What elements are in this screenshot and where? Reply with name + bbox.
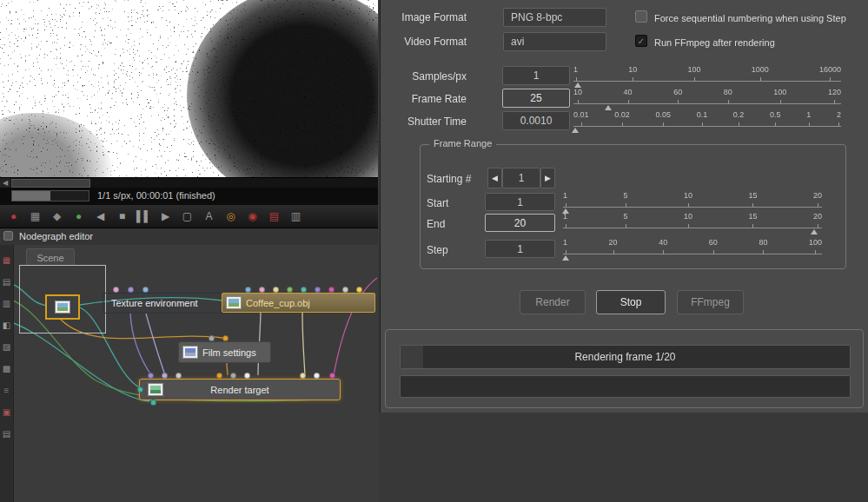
start-label: Start [427,197,448,209]
export-icon[interactable]: ▥ [285,210,307,222]
force-sequential-checkbox[interactable] [635,10,647,23]
start-input[interactable]: 1 [485,193,555,211]
port-dot[interactable] [315,287,321,293]
port-dot[interactable] [142,287,149,293]
play-icon[interactable]: ▶ [155,210,176,222]
tick-label: 20 [813,191,822,201]
step-slider[interactable]: 1 20 40 60 80 100 [563,238,822,257]
progress-group: Rendering frame 1/20 [385,329,864,408]
cells-icon[interactable]: ▩ [0,364,14,373]
port-dot[interactable] [216,373,222,379]
port-dot[interactable] [328,287,335,293]
end-input[interactable]: 20 [485,214,555,232]
run-ffmpeg-label: Run FFmpeg after rendering [654,37,775,48]
tick-label: 10 [628,65,637,75]
port-dot[interactable] [300,373,306,379]
tab-scene[interactable]: Scene [26,248,75,266]
clapper-icon[interactable]: ▦ [24,210,46,222]
port-dot[interactable] [148,373,154,379]
port-dot[interactable] [150,400,156,406]
node-film-settings[interactable]: Film settings [178,341,271,363]
pause-icon[interactable]: ▌▌ [133,210,155,222]
port-dot[interactable] [244,373,250,379]
samples-slider[interactable]: 1 10 100 1000 16000 [573,65,841,84]
render-dark-region [187,0,378,177]
port-dot[interactable] [314,373,320,379]
run-ffmpeg-checkbox[interactable]: ✓ [635,35,647,47]
port-dot[interactable] [209,335,215,341]
port-dot[interactable] [222,335,229,341]
slider-track [573,103,841,104]
screen-icon[interactable]: ▢ [176,210,198,222]
lens-icon[interactable]: ◎ [220,210,242,222]
port-dot[interactable] [259,287,265,293]
step-input[interactable]: 1 [485,240,555,258]
stack-icon[interactable]: ≡ [0,386,14,395]
list-icon[interactable]: ▤ [0,429,14,439]
film-icon[interactable]: ▤ [263,210,285,222]
tick-row: 1 5 10 15 20 [563,191,822,201]
stop-button[interactable]: Stop [596,290,666,314]
image-format-dropdown[interactable]: PNG 8-bpc [503,8,606,27]
camera-icon[interactable]: ◉ [242,210,263,222]
ffmpeg-button[interactable]: FFmpeg [677,290,744,314]
end-label: End [427,218,445,230]
port-dot[interactable] [329,373,335,379]
port-dot[interactable] [342,287,348,293]
nodegraph-editor-label: Nodegraph editor [19,231,93,241]
slider-marker[interactable] [811,229,818,234]
node-selected-thumbnail[interactable] [45,294,80,320]
tick-label: 60 [709,238,718,248]
tick-label: 1 [806,110,811,120]
nodegraph-editor-checkbox[interactable] [3,231,13,241]
starting-decrement-button[interactable]: ◀ [487,168,502,188]
port-dot[interactable] [230,373,236,379]
port-dot[interactable] [128,287,134,293]
grid-red-icon[interactable]: ▦ [0,255,14,265]
nodegraph-editor[interactable]: ▦▤▥◧▨▩≡▣▤ Scene Texture environment Coff… [0,245,378,502]
node-label: Film settings [202,347,256,358]
tick-label: 120 [828,88,841,97]
end-slider[interactable]: 1 5 10 15 20 [563,212,822,231]
material-sphere-icon[interactable]: ● [68,210,89,222]
tick-row: 1 10 100 1000 16000 [573,65,841,75]
record-icon[interactable]: ● [3,210,24,222]
hatch-icon[interactable]: ▨ [0,342,14,352]
port-dot[interactable] [113,287,119,293]
slider-marker[interactable] [562,255,569,261]
grid2-red-icon[interactable]: ▣ [0,407,14,417]
frame-rate-input[interactable]: 25 [502,89,570,108]
port-dot[interactable] [176,373,182,379]
port-dot[interactable] [287,287,293,293]
render-preview[interactable] [0,0,378,177]
node-coffee-cup[interactable]: Coffee_cup.obj [222,293,375,313]
starting-number-value[interactable]: 1 [502,168,540,188]
port-dot[interactable] [301,287,307,293]
shutter-time-slider[interactable]: 0.01 0.02 0.05 0.1 0.2 0.5 1 2 [573,110,841,129]
render-button[interactable]: Render [520,290,586,314]
node-render-target[interactable]: Render target [139,379,341,400]
layout-icon[interactable]: ▤ [0,277,14,287]
start-slider[interactable]: 1 5 10 15 20 [563,191,822,210]
port-dot[interactable] [273,287,279,293]
node-label: Texture environment [111,298,198,308]
panel-icon[interactable]: ◧ [0,320,14,330]
port-dot[interactable] [356,287,362,293]
slider-track [563,254,822,254]
slider-marker[interactable] [572,128,579,133]
stop-icon[interactable]: ■ [111,210,133,222]
shutter-time-input[interactable]: 0.0010 [502,111,570,130]
port-dot[interactable] [162,373,168,379]
frame-rate-slider[interactable]: 10 40 60 80 100 120 [573,88,841,107]
port-dot[interactable] [137,386,143,393]
annotation-icon[interactable]: A [198,210,220,222]
rows-icon[interactable]: ▥ [0,299,14,308]
diamond-icon[interactable]: ◆ [46,210,68,222]
starting-increment-button[interactable]: ▶ [540,168,555,188]
video-format-dropdown[interactable]: avi [503,32,606,51]
scrollbar-thumb[interactable] [11,179,90,188]
port-dot[interactable] [245,287,251,293]
rewind-icon[interactable]: ◀ [89,210,111,222]
node-texture-environment[interactable]: Texture environment [103,293,223,314]
samples-input[interactable]: 1 [502,66,570,85]
